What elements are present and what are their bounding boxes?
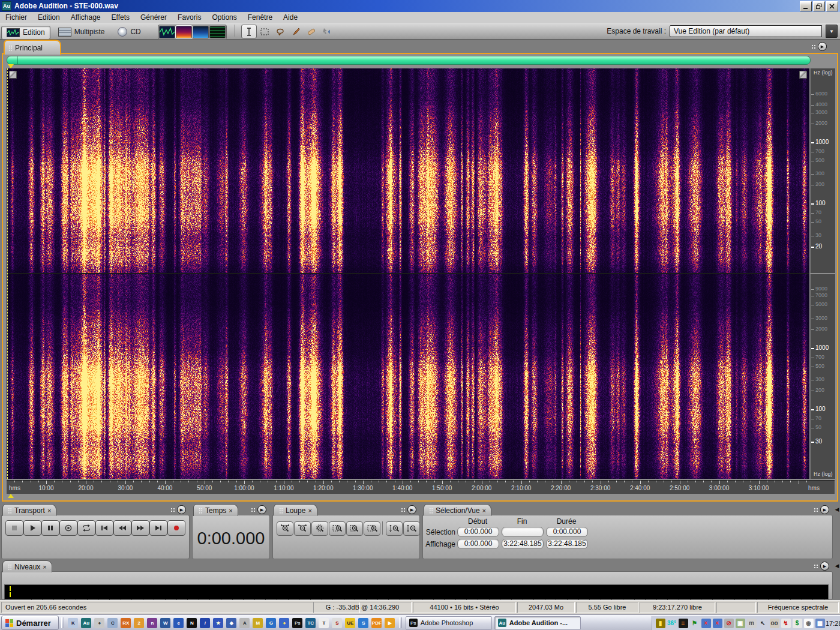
title-bar[interactable]: Au Adobe Audition - STE-000.wav <box>0 0 840 12</box>
stop-button[interactable] <box>5 520 23 536</box>
dock-scroll-left-button[interactable]: ◀ <box>834 506 840 513</box>
affichage-debut-field[interactable]: 0:00.000 <box>457 539 499 549</box>
media-icon[interactable]: M <box>253 618 263 628</box>
audition-quicklaunch-icon[interactable]: Au <box>81 618 91 628</box>
temperature-tray-icon[interactable]: 36° <box>667 619 677 628</box>
wand-tool-icon[interactable]: / <box>200 618 210 628</box>
menu-options[interactable]: Options <box>206 12 242 23</box>
tab-levels[interactable]: Niveaux × <box>2 560 52 572</box>
minimize-button[interactable] <box>800 1 812 11</box>
tab-time[interactable]: Temps × <box>193 504 238 516</box>
tab-zoom[interactable]: Loupe × <box>274 504 317 516</box>
edit-view-button[interactable]: Edition <box>1 26 50 40</box>
disk-tray-icon[interactable]: ▣ <box>736 619 745 628</box>
cpu-meter-tray-icon[interactable]: ≡ <box>679 619 688 628</box>
corner-handle-top-right[interactable] <box>799 71 807 79</box>
messenger-icon[interactable]: S <box>358 618 368 628</box>
close-icon[interactable]: × <box>229 508 232 514</box>
tab-principal[interactable]: Principal <box>4 40 61 55</box>
workspace-select[interactable]: Vue Edition (par défaut) <box>670 25 822 37</box>
calculator-icon[interactable]: C <box>107 618 118 628</box>
menu-effets[interactable]: Effets <box>106 12 135 23</box>
fast-forward-button[interactable] <box>131 520 149 536</box>
frequency-ruler-left-channel[interactable]: Hz (log)60004000300020001000700500300200… <box>811 68 835 273</box>
selection-fin-field[interactable] <box>502 527 544 537</box>
ue-icon[interactable]: UE <box>345 618 355 628</box>
cd-view-button[interactable]: CD <box>112 25 146 38</box>
close-button[interactable] <box>826 1 838 11</box>
time-panel-menu-button[interactable]: ▶ <box>251 505 266 514</box>
sbp-icon[interactable]: S <box>332 618 342 628</box>
menu-fichier[interactable]: Fichier <box>0 12 32 23</box>
volume-meter-tray-icon[interactable]: ▮ <box>656 619 665 628</box>
currency-tray-icon[interactable]: $ <box>793 619 802 628</box>
play-looped-button[interactable] <box>59 520 77 536</box>
affichage-duree-field[interactable]: 3:22:48.185 <box>546 539 588 549</box>
record-button[interactable] <box>167 520 185 536</box>
internet-planet-icon[interactable]: e <box>173 618 184 628</box>
word-icon[interactable]: W <box>160 618 170 628</box>
zoom-to-selection-button[interactable] <box>329 521 346 536</box>
zoom-panel-menu-button[interactable]: ▶ <box>401 505 416 514</box>
keyboard-layout-icon[interactable]: K <box>68 618 78 628</box>
diamond-icon[interactable]: ◆ <box>226 618 236 628</box>
menu-generer[interactable]: Générer <box>135 12 172 23</box>
close-icon[interactable]: × <box>47 508 51 514</box>
selection-panel-menu-button[interactable]: ▶ <box>814 505 829 514</box>
spectral-frequency-display-button[interactable] <box>176 26 192 38</box>
menu-aide[interactable]: Aide <box>278 12 303 23</box>
modem-tray-icon[interactable]: oo <box>770 619 779 628</box>
scanner-tray-icon[interactable]: m <box>747 619 757 628</box>
blocked-device-tray-icon[interactable]: ⊘ <box>724 619 734 628</box>
folder-tray-icon[interactable]: ▦ <box>815 619 825 628</box>
star-burst-icon[interactable]: ★ <box>213 618 223 628</box>
zoom-in-horizontal-button[interactable] <box>277 521 293 536</box>
zoom-selection-right-edge-button[interactable] <box>364 521 380 536</box>
playhead-line[interactable] <box>7 68 8 479</box>
photo-viewer-icon[interactable]: N <box>187 618 197 628</box>
media-player-orb-icon[interactable]: ▶ <box>385 618 395 628</box>
loop-button[interactable] <box>77 520 95 536</box>
dock-scroll-left-button-2[interactable]: ◀ <box>834 562 840 569</box>
scrub-tool-button[interactable] <box>319 25 335 38</box>
zoom-out-vertical-button[interactable] <box>403 521 420 536</box>
globe-icon[interactable]: G <box>266 618 276 628</box>
go-to-beginning-button[interactable] <box>95 520 113 536</box>
media-player-classic-icon[interactable]: ● <box>94 618 104 628</box>
workspace-dropdown-arrow-icon[interactable]: ▼ <box>826 25 838 38</box>
archive-icon[interactable]: A <box>239 618 250 628</box>
folder-orange-icon[interactable]: 2 <box>134 618 144 628</box>
corner-handle-top-left[interactable] <box>9 71 17 79</box>
horizontal-scrollbar[interactable] <box>7 56 811 65</box>
tab-selection-view[interactable]: Sélection/Vue × <box>424 504 491 516</box>
menu-affichage[interactable]: Affichage <box>65 12 106 23</box>
zoom-out-horizontal-button[interactable] <box>294 521 311 536</box>
pause-button[interactable] <box>41 520 59 536</box>
rx-icon[interactable]: RX <box>121 618 131 628</box>
levels-panel-menu-button[interactable]: ▶ <box>814 562 829 571</box>
time-selection-tool-button[interactable] <box>241 25 257 38</box>
menu-fenetre[interactable]: Fenêtre <box>242 12 278 23</box>
go-to-end-button[interactable] <box>149 520 167 536</box>
pdf-icon[interactable]: PDF <box>371 618 382 628</box>
level-meter[interactable] <box>4 584 829 599</box>
onenote-icon[interactable]: n <box>147 618 157 628</box>
close-icon[interactable]: × <box>308 508 311 514</box>
play-button[interactable] <box>23 520 41 536</box>
principal-panel-menu-button[interactable]: ▶ <box>811 42 827 51</box>
start-button[interactable]: Démarrer <box>1 616 59 630</box>
truecrypt-icon[interactable]: TC <box>305 618 316 628</box>
menu-edition[interactable]: Edition <box>32 12 65 23</box>
playhead-marker-top[interactable] <box>8 64 14 68</box>
task-adobe-audition[interactable]: AuAdobe Audition -... <box>494 616 581 630</box>
effects-paintbrush-tool-button[interactable] <box>288 25 304 38</box>
selection-debut-field[interactable]: 0:00.000 <box>457 527 499 537</box>
photoshop-quicklaunch-icon[interactable]: Ps <box>292 618 302 628</box>
sphere-icon[interactable]: ● <box>279 618 289 628</box>
flag-tray-icon[interactable]: ⚑ <box>690 619 700 628</box>
rewind-button[interactable] <box>113 520 131 536</box>
frequency-ruler-right-channel[interactable]: Hz (log)90007000500030002000100070050030… <box>811 274 835 479</box>
zoom-selection-left-edge-button[interactable] <box>346 521 363 536</box>
playhead-marker-bottom[interactable] <box>8 494 14 498</box>
waveform-display-button[interactable] <box>159 26 175 38</box>
